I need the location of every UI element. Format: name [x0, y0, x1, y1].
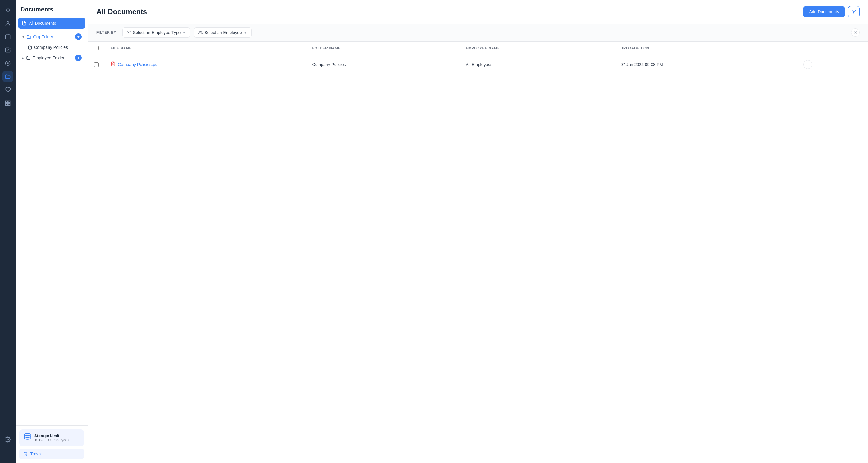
- sidebar-item-all-documents[interactable]: All Documents: [18, 18, 85, 29]
- row-file-name: Company Policies.pdf: [104, 55, 306, 74]
- employee-chevron-icon: ▼: [244, 31, 247, 34]
- row-employee-name: All Employees: [460, 55, 614, 74]
- add-documents-button[interactable]: Add Documents: [803, 6, 845, 17]
- table-header: FILE NAME FOLDER NAME EMPLOYEE NAME UPLO…: [88, 41, 868, 55]
- nav-item-dashboard[interactable]: ⊙: [2, 5, 13, 16]
- main-content: All Documents Add Documents FILTER BY : …: [88, 0, 868, 463]
- employee-select[interactable]: Select an Employee ▼: [194, 27, 251, 38]
- table-container: FILE NAME FOLDER NAME EMPLOYEE NAME UPLO…: [88, 41, 868, 463]
- documents-table: FILE NAME FOLDER NAME EMPLOYEE NAME UPLO…: [88, 41, 868, 74]
- table-row: Company Policies.pdf Company Policies Al…: [88, 55, 868, 74]
- svg-rect-5: [6, 104, 7, 105]
- sidebar: Documents All Documents ▼ Org Folder + C…: [16, 0, 88, 463]
- trash-icon: [23, 452, 28, 456]
- nav-item-benefits[interactable]: [2, 84, 13, 95]
- nav-expand-button[interactable]: ›: [2, 447, 13, 458]
- org-folder-label: Org Folder: [33, 34, 53, 39]
- sidebar-employee-folder[interactable]: ▶ Employee Folder +: [18, 52, 85, 64]
- employee-folder-icon: [26, 56, 31, 60]
- nav-item-reports[interactable]: [2, 98, 13, 109]
- row-actions-button[interactable]: ⋯: [803, 60, 812, 69]
- storage-icon: [24, 433, 31, 442]
- nav-item-settings[interactable]: [2, 434, 13, 445]
- nav-item-tasks[interactable]: [2, 44, 13, 56]
- main-header: All Documents Add Documents: [88, 0, 868, 24]
- file-link[interactable]: Company Policies.pdf: [111, 61, 300, 67]
- pdf-icon: [111, 61, 116, 67]
- employee-select-icon: [198, 30, 203, 35]
- filter-by-label: FILTER BY :: [96, 30, 119, 35]
- employee-name-header: EMPLOYEE NAME: [460, 41, 614, 55]
- employee-folder-add-button[interactable]: +: [75, 55, 82, 61]
- actions-header: [797, 41, 868, 55]
- row-folder-name: Company Policies: [306, 55, 460, 74]
- nav-item-payroll[interactable]: [2, 58, 13, 69]
- svg-point-10: [128, 31, 129, 33]
- row-actions-cell: ⋯: [797, 55, 868, 74]
- svg-rect-1: [6, 35, 10, 39]
- employee-type-placeholder: Select an Employee Type: [133, 30, 181, 35]
- file-name-header: FILE NAME: [104, 41, 306, 55]
- svg-point-8: [24, 433, 30, 436]
- storage-info: Storage Limit 1GB / 100 employees: [34, 433, 69, 442]
- sidebar-nav: All Documents ▼ Org Folder + Company Pol…: [16, 18, 88, 425]
- org-folder-left: ▼ Org Folder: [22, 34, 53, 39]
- svg-rect-4: [8, 101, 10, 103]
- header-actions: Add Documents: [803, 6, 860, 18]
- company-policies-label: Company Policies: [34, 45, 68, 50]
- org-folder-add-button[interactable]: +: [75, 33, 82, 40]
- sidebar-item-trash[interactable]: Trash: [19, 449, 84, 459]
- org-folder-chevron-icon: ▼: [22, 35, 25, 38]
- svg-point-7: [7, 439, 9, 440]
- nav-item-documents[interactable]: [2, 71, 13, 82]
- svg-marker-9: [852, 10, 856, 13]
- org-folder-icon: [27, 34, 31, 39]
- select-all-header: [88, 41, 104, 55]
- sidebar-item-company-policies[interactable]: Company Policies: [18, 42, 85, 52]
- row-checkbox-cell: [88, 55, 104, 74]
- svg-point-11: [199, 31, 201, 33]
- page-title: All Documents: [96, 7, 147, 16]
- employee-type-icon: [127, 30, 131, 35]
- employee-folder-chevron-icon: ▶: [22, 56, 24, 60]
- filter-bar: FILTER BY : Select an Employee Type ▼ Se…: [88, 24, 868, 41]
- sidebar-title: Documents: [16, 0, 88, 18]
- trash-label: Trash: [30, 452, 41, 456]
- all-documents-label: All Documents: [29, 21, 56, 26]
- select-all-checkbox[interactable]: [94, 46, 98, 50]
- all-documents-icon: [22, 21, 27, 26]
- row-uploaded-on: 07 Jan 2024 09:08 PM: [615, 55, 797, 74]
- filter-close-button[interactable]: ✕: [851, 28, 860, 37]
- nav-rail: ⊙ ›: [0, 0, 16, 463]
- company-policies-icon: [28, 45, 32, 50]
- svg-rect-3: [6, 101, 7, 103]
- svg-point-0: [7, 22, 9, 24]
- storage-card: Storage Limit 1GB / 100 employees: [19, 429, 84, 446]
- svg-point-2: [6, 61, 10, 66]
- storage-subtitle: 1GB / 100 employees: [34, 438, 69, 442]
- sidebar-bottom: Storage Limit 1GB / 100 employees Trash: [16, 425, 88, 463]
- storage-title: Storage Limit: [34, 433, 69, 438]
- row-checkbox[interactable]: [94, 62, 98, 67]
- table-body: Company Policies.pdf Company Policies Al…: [88, 55, 868, 74]
- employee-folder-left: ▶ Employee Folder: [22, 56, 64, 60]
- file-name-text: Company Policies.pdf: [118, 62, 158, 67]
- employee-type-chevron-icon: ▼: [182, 31, 186, 34]
- nav-item-people[interactable]: [2, 18, 13, 29]
- nav-item-calendar[interactable]: [2, 31, 13, 42]
- employee-folder-label: Employee Folder: [33, 56, 64, 60]
- filter-icon-button[interactable]: [848, 6, 860, 18]
- uploaded-on-header: UPLOADED ON: [615, 41, 797, 55]
- folder-name-header: FOLDER NAME: [306, 41, 460, 55]
- filter-icon: [851, 9, 856, 14]
- sidebar-org-folder[interactable]: ▼ Org Folder +: [18, 31, 85, 42]
- svg-rect-6: [8, 104, 10, 105]
- employee-placeholder: Select an Employee: [204, 30, 242, 35]
- employee-type-select[interactable]: Select an Employee Type ▼: [122, 27, 190, 38]
